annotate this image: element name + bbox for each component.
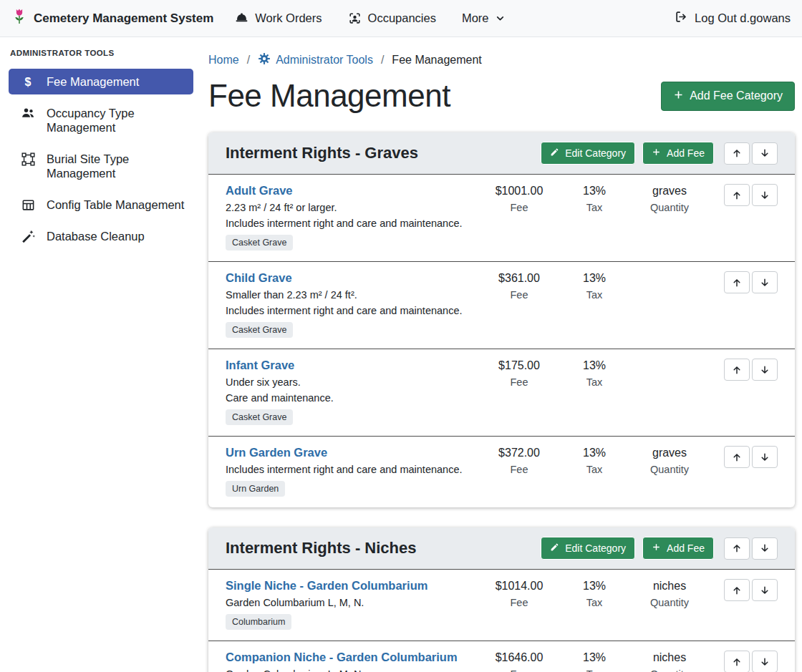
fee-name-link[interactable]: Urn Garden Grave	[226, 446, 327, 459]
fee-type-badge: Columbarium	[226, 614, 291, 630]
move-fee-down-button[interactable]	[752, 359, 778, 381]
move-fee-down-button[interactable]	[752, 446, 778, 468]
fee-name-link[interactable]: Infant Grave	[226, 359, 294, 372]
sidebar: ADMINISTRATOR TOOLS $ Fee Management Occ…	[0, 37, 193, 672]
fee-type-badge: Casket Grave	[226, 409, 293, 425]
arrow-down-icon	[760, 190, 770, 200]
tax-label: Tax	[559, 668, 630, 672]
breadcrumb-home-link[interactable]: Home	[208, 54, 239, 67]
move-fee-down-button[interactable]	[752, 651, 778, 672]
quantity-value: graves	[630, 185, 709, 198]
edit-category-button[interactable]: Edit Category	[541, 142, 635, 165]
tax-value: 13%	[559, 651, 630, 664]
fee-row: Urn Garden Grave Includes interment righ…	[208, 436, 795, 507]
move-category-down-button[interactable]	[752, 142, 778, 165]
nav-occupancies[interactable]: Occupancies	[348, 11, 436, 25]
fee-quantity-col: graves Quantity	[630, 446, 709, 497]
logout-button[interactable]: Log Out d.gowans	[675, 10, 791, 26]
arrow-down-icon	[760, 278, 770, 288]
logout-icon	[675, 10, 688, 26]
move-fee-up-button[interactable]	[724, 446, 750, 468]
move-category-up-button[interactable]	[724, 142, 750, 165]
breadcrumb-current: Fee Management	[392, 54, 481, 67]
fee-quantity-col: niches Quantity	[630, 651, 709, 672]
fee-amount-col: $1014.00 Fee	[480, 579, 559, 630]
tax-label: Tax	[559, 202, 630, 213]
nav-more-label: More	[462, 11, 489, 25]
tax-value: 13%	[559, 359, 630, 372]
move-fee-up-button[interactable]	[724, 271, 750, 293]
move-category-down-button[interactable]	[752, 537, 778, 560]
fee-tax-col: 13% Tax	[559, 579, 630, 630]
breadcrumb-separator: /	[247, 54, 250, 67]
fee-row: Child Grave Smaller than 2.23 m² / 24 ft…	[208, 261, 795, 349]
magic-wand-icon	[20, 230, 36, 243]
dollar-icon: $	[20, 75, 36, 89]
fee-name-link[interactable]: Adult Grave	[226, 184, 293, 198]
arrow-up-icon	[732, 657, 742, 667]
sidebar-item-fee-management[interactable]: $ Fee Management	[9, 69, 193, 94]
category-title: Interment Rights - Niches	[226, 539, 533, 557]
vector-square-icon	[20, 152, 36, 166]
breadcrumb-admin-tools-link[interactable]: Administrator Tools	[258, 52, 373, 68]
page-title: Fee Management	[208, 78, 661, 114]
fee-label: Fee	[480, 202, 559, 213]
quantity-value: niches	[630, 580, 709, 593]
tax-value: 13%	[559, 272, 630, 285]
fee-amount: $1001.00	[480, 185, 559, 198]
fee-amount-col: $1001.00 Fee	[480, 184, 559, 250]
move-fee-down-button[interactable]	[752, 271, 778, 293]
gear-icon	[258, 52, 271, 68]
arrow-up-icon	[732, 543, 742, 553]
move-fee-up-button[interactable]	[724, 359, 750, 381]
fee-description: Garden Columbarium L, M, N.	[226, 597, 474, 608]
fee-label: Fee	[480, 464, 559, 475]
fee-name-link[interactable]: Companion Niche - Garden Columbarium	[226, 651, 458, 664]
fee-description: Smaller than 2.23 m² / 24 ft².	[226, 289, 474, 301]
arrow-down-icon	[760, 148, 770, 158]
move-fee-up-button[interactable]	[724, 651, 750, 672]
add-fee-button[interactable]: Add Fee	[642, 142, 714, 165]
app-brand[interactable]: Cemetery Management System	[11, 8, 213, 29]
fee-row: Adult Grave 2.23 m² / 24 ft² or larger. …	[208, 174, 795, 261]
fee-name-link[interactable]: Single Niche - Garden Columbarium	[226, 579, 427, 593]
fee-tax-col: 13% Tax	[559, 446, 630, 497]
move-fee-up-button[interactable]	[724, 579, 750, 601]
quantity-label: Quantity	[630, 202, 709, 213]
arrow-down-icon	[760, 585, 770, 595]
sidebar-item-label: Config Table Management	[47, 198, 184, 212]
fee-type-badge: Casket Grave	[226, 322, 293, 338]
move-category-up-button[interactable]	[724, 537, 750, 560]
edit-category-button[interactable]: Edit Category	[541, 537, 635, 560]
pencil-icon	[550, 147, 559, 159]
fee-description: Includes interment right and care and ma…	[226, 464, 474, 475]
plus-icon	[652, 147, 661, 159]
move-fee-up-button[interactable]	[724, 184, 750, 206]
fee-description: 2.23 m² / 24 ft² or larger.	[226, 202, 474, 213]
add-fee-category-button[interactable]: Add Fee Category	[661, 82, 795, 111]
fee-tax-col: 13% Tax	[559, 184, 630, 250]
fee-tax-col: 13% Tax	[559, 359, 630, 425]
hard-hat-icon	[235, 11, 248, 25]
add-fee-button[interactable]: Add Fee	[642, 537, 714, 560]
fee-name-link[interactable]: Child Grave	[226, 271, 292, 285]
fee-description: Care and maintenance.	[226, 392, 474, 404]
nav-more[interactable]: More	[462, 11, 505, 25]
move-fee-down-button[interactable]	[752, 184, 778, 206]
nav-items: Work Orders Occupancies More	[235, 11, 504, 25]
fee-amount: $1646.00	[480, 651, 559, 664]
nav-occupancies-label: Occupancies	[368, 11, 436, 25]
sidebar-item-label: Occupancy Type Management	[47, 106, 186, 135]
sidebar-item-occupancy-type-management[interactable]: Occupancy Type Management	[9, 100, 193, 140]
fee-description: Garden Columbarium L, M, N,	[226, 668, 474, 672]
fee-label: Fee	[480, 376, 559, 388]
quantity-value: graves	[630, 447, 709, 459]
app-title: Cemetery Management System	[34, 11, 213, 26]
sidebar-item-burial-site-type-management[interactable]: Burial Site Type Management	[9, 146, 193, 186]
move-fee-down-button[interactable]	[752, 579, 778, 601]
fee-category-card-niches: Interment Rights - Niches Edit Category …	[208, 527, 795, 672]
sidebar-item-config-table-management[interactable]: Config Table Management	[9, 192, 193, 218]
sidebar-item-database-cleanup[interactable]: Database Cleanup	[9, 223, 193, 249]
fee-category-card-graves: Interment Rights - Graves Edit Category …	[208, 132, 795, 507]
nav-work-orders[interactable]: Work Orders	[235, 11, 322, 25]
